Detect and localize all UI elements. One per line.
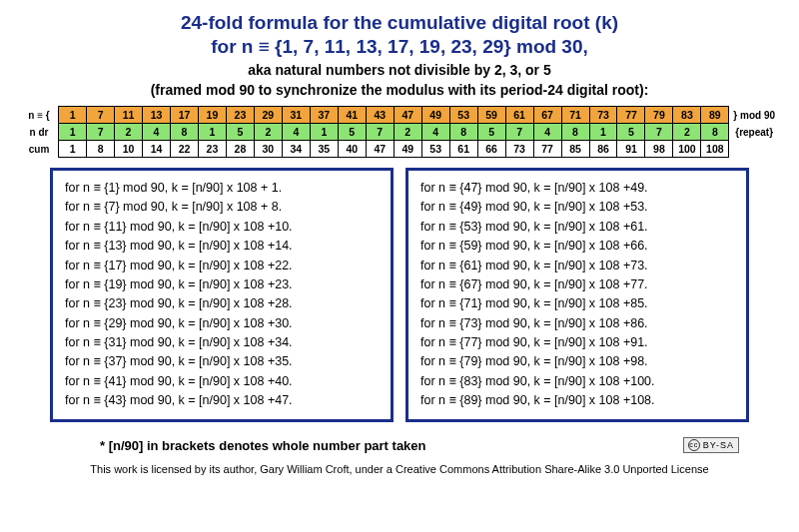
table-cell: 1: [589, 124, 617, 141]
table-cell: 91: [617, 141, 645, 158]
formula-line: for n ≡ {47} mod 90, k = [n/90] x 108 +4…: [420, 179, 734, 198]
row-end: [729, 141, 779, 158]
table-cell: 1: [310, 124, 338, 141]
formula-line: for n ≡ {67} mod 90, k = [n/90] x 108 +7…: [420, 275, 734, 294]
table-cell: 23: [226, 107, 254, 124]
formula-line: for n ≡ {61} mod 90, k = [n/90] x 108 +7…: [420, 257, 734, 275]
table-cell: 53: [449, 107, 477, 124]
formula-line: for n ≡ {53} mod 90, k = [n/90] x 108 +6…: [420, 218, 734, 237]
formula-box-left: for n ≡ {1} mod 90, k = [n/90] x 108 + 1…: [50, 168, 394, 422]
table-cell: 4: [143, 124, 171, 141]
table-cell: 29: [254, 107, 282, 124]
data-table: n ≡ {17111317192329313741434749535961677…: [20, 106, 779, 158]
table-cell: 11: [115, 107, 143, 124]
row-label: n dr: [20, 124, 59, 141]
table-cell: 31: [282, 107, 310, 124]
table-cell: 8: [87, 141, 115, 158]
table-cell: 28: [226, 141, 254, 158]
table-cell: 30: [254, 141, 282, 158]
formula-box-right: for n ≡ {47} mod 90, k = [n/90] x 108 +4…: [405, 168, 749, 422]
table-cell: 89: [701, 107, 729, 124]
formula-line: for n ≡ {59} mod 90, k = [n/90] x 108 +6…: [420, 237, 734, 256]
table-cell: 4: [533, 124, 561, 141]
row-end: } mod 90: [729, 107, 779, 124]
table-cell: 98: [645, 141, 673, 158]
table-cell: 1: [59, 124, 87, 141]
formula-line: for n ≡ {89} mod 90, k = [n/90] x 108 +1…: [420, 391, 734, 410]
formula-line: for n ≡ {23} mod 90, k = [n/90] x 108 +2…: [65, 294, 379, 313]
row-end: {repeat}: [729, 124, 779, 141]
table-cell: 5: [226, 124, 254, 141]
table-cell: 1: [198, 124, 226, 141]
formula-line: for n ≡ {71} mod 90, k = [n/90] x 108 +8…: [420, 294, 734, 313]
subtitle-2: (framed mod 90 to synchronize the modulu…: [20, 82, 779, 98]
table-cell: 73: [505, 141, 533, 158]
cc-label: BY-SA: [703, 440, 734, 450]
formula-line: for n ≡ {19} mod 90, k = [n/90] x 108 +2…: [65, 275, 379, 294]
table-cell: 10: [115, 141, 143, 158]
formula-line: for n ≡ {13} mod 90, k = [n/90] x 108 +1…: [65, 237, 379, 256]
cc-icon: cc: [688, 439, 700, 451]
formula-line: for n ≡ {73} mod 90, k = [n/90] x 108 +8…: [420, 314, 734, 333]
formula-line: for n ≡ {29} mod 90, k = [n/90] x 108 +3…: [65, 314, 379, 333]
table-cell: 7: [87, 124, 115, 141]
table-cell: 108: [701, 141, 729, 158]
table-cell: 2: [394, 124, 421, 141]
row-label: n ≡ {: [20, 107, 59, 124]
table-cell: 2: [673, 124, 701, 141]
table-cell: 41: [338, 107, 366, 124]
formula-line: for n ≡ {11} mod 90, k = [n/90] x 108 +1…: [65, 218, 379, 237]
table-cell: 2: [254, 124, 282, 141]
table-cell: 47: [394, 107, 421, 124]
table-cell: 1: [59, 107, 87, 124]
table-cell: 5: [338, 124, 366, 141]
table-cell: 5: [617, 124, 645, 141]
table-cell: 49: [421, 107, 449, 124]
formula-line: for n ≡ {43} mod 90, k = [n/90] x 108 +4…: [65, 391, 379, 410]
license-text: This work is licensed by its author, Gar…: [20, 463, 779, 475]
table-cell: 85: [561, 141, 589, 158]
table-cell: 71: [561, 107, 589, 124]
subtitle-1: aka natural numbers not divisible by 2, …: [20, 62, 779, 78]
formula-line: for n ≡ {41} mod 90, k = [n/90] x 108 +4…: [65, 372, 379, 391]
title-line-2: for n ≡ {1, 7, 11, 13, 17, 19, 23, 29} m…: [20, 36, 779, 58]
table-cell: 83: [673, 107, 701, 124]
table-cell: 40: [338, 141, 366, 158]
formula-line: for n ≡ {1} mod 90, k = [n/90] x 108 + 1…: [65, 179, 379, 198]
table-cell: 7: [645, 124, 673, 141]
table-cell: 43: [366, 107, 394, 124]
cc-badge: cc BY-SA: [683, 437, 739, 453]
table-cell: 5: [477, 124, 505, 141]
row-label: cum: [20, 141, 59, 158]
table-cell: 13: [143, 107, 171, 124]
formula-line: for n ≡ {17} mod 90, k = [n/90] x 108 +2…: [65, 257, 379, 275]
table-cell: 59: [477, 107, 505, 124]
table-cell: 53: [421, 141, 449, 158]
table-cell: 19: [198, 107, 226, 124]
formula-line: for n ≡ {79} mod 90, k = [n/90] x 108 +9…: [420, 352, 734, 371]
table-cell: 49: [394, 141, 421, 158]
title-line-1: 24-fold formula for the cumulative digit…: [20, 12, 779, 34]
table-cell: 4: [282, 124, 310, 141]
formula-line: for n ≡ {37} mod 90, k = [n/90] x 108 +3…: [65, 352, 379, 371]
table-cell: 77: [617, 107, 645, 124]
table-cell: 35: [310, 141, 338, 158]
formula-line: for n ≡ {77} mod 90, k = [n/90] x 108 +9…: [420, 333, 734, 352]
table-cell: 14: [143, 141, 171, 158]
formula-line: for n ≡ {49} mod 90, k = [n/90] x 108 +5…: [420, 198, 734, 217]
table-cell: 22: [170, 141, 198, 158]
table-cell: 73: [589, 107, 617, 124]
table-cell: 7: [505, 124, 533, 141]
formula-line: for n ≡ {7} mod 90, k = [n/90] x 108 + 8…: [65, 198, 379, 217]
table-cell: 23: [198, 141, 226, 158]
table-cell: 100: [673, 141, 701, 158]
table-cell: 1: [59, 141, 87, 158]
table-cell: 37: [310, 107, 338, 124]
table-cell: 8: [170, 124, 198, 141]
table-cell: 79: [645, 107, 673, 124]
table-cell: 17: [170, 107, 198, 124]
table-cell: 8: [561, 124, 589, 141]
formula-line: for n ≡ {31} mod 90, k = [n/90] x 108 +3…: [65, 333, 379, 352]
table-cell: 67: [533, 107, 561, 124]
table-cell: 77: [533, 141, 561, 158]
